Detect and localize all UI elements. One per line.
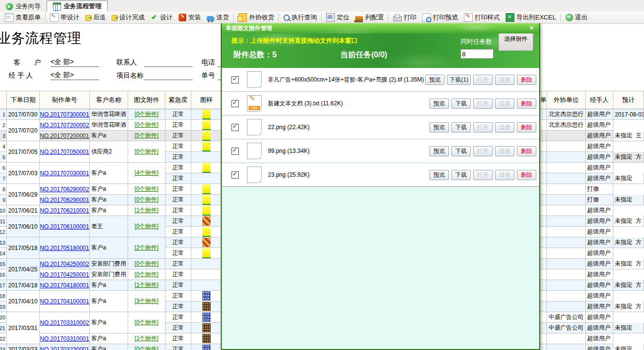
- toolbar-print-preview[interactable]: 打印预览: [419, 12, 461, 23]
- attachments-cell: [1个附件]: [128, 205, 165, 216]
- order-number-cell: NO.201707200002: [40, 120, 90, 131]
- attachments-link[interactable]: [4个附件]: [134, 169, 158, 177]
- select-attachment-button[interactable]: 选择附件: [498, 33, 533, 51]
- toolbar-export-excel[interactable]: 导出到EXCEL: [503, 12, 559, 23]
- attachments-link[interactable]: [1个附件]: [134, 281, 158, 289]
- toolbar-column-config[interactable]: 列配置: [352, 12, 387, 23]
- toolbar-design[interactable]: 设计: [148, 12, 176, 23]
- attachments-link[interactable]: [0个附件]: [134, 345, 158, 350]
- attachments-link[interactable]: [1个附件]: [134, 206, 158, 215]
- order-number-link[interactable]: NO.201707050001: [40, 149, 89, 155]
- toolbar-install[interactable]: 安装: [176, 12, 204, 23]
- yellow-thumbnail: [202, 248, 211, 259]
- toolbar-exit[interactable]: 退出: [562, 12, 591, 23]
- customer-cell: 华润雪花啤酒: [90, 109, 128, 120]
- toolbar-print-style[interactable]: 打印样式: [461, 12, 503, 23]
- handler-cell: 超级用户: [586, 237, 613, 248]
- order-number-link[interactable]: NO.201706290001: [40, 197, 89, 203]
- order-number-link[interactable]: NO.201707200001: [40, 133, 89, 139]
- directory-button[interactable]: 目录: [495, 146, 514, 156]
- download-button[interactable]: 下载(1): [447, 75, 471, 85]
- attachments-link[interactable]: [0个附件]: [134, 196, 158, 204]
- attachments-link[interactable]: [0个附件]: [134, 110, 158, 118]
- attachments-link[interactable]: [0个附件]: [134, 222, 158, 231]
- delete-button[interactable]: 删除: [517, 99, 536, 109]
- download-button[interactable]: 下载: [451, 146, 471, 156]
- order-number-link[interactable]: NO.201706100001: [40, 223, 89, 230]
- open-button[interactable]: 打开: [473, 146, 493, 156]
- attachments-link[interactable]: [0个附件]: [134, 318, 158, 327]
- order-number-link[interactable]: NO.201704100001: [40, 298, 89, 305]
- open-button[interactable]: 打开: [473, 75, 493, 85]
- order-number-link[interactable]: NO.201703310001: [40, 335, 89, 342]
- attachments-link[interactable]: [0个附件]: [134, 121, 158, 129]
- attachments-link[interactable]: [2个附件]: [134, 244, 158, 252]
- open-button[interactable]: 打开: [473, 122, 493, 133]
- order-number-link[interactable]: NO.201707300001: [40, 111, 89, 118]
- directory-button[interactable]: 目录: [495, 75, 514, 85]
- delete-button[interactable]: 删除: [517, 75, 536, 85]
- preview-button[interactable]: 预览: [429, 170, 449, 180]
- order-number-cell: NO.201707030001: [40, 163, 90, 184]
- order-number-link[interactable]: NO.201703310002: [40, 319, 89, 326]
- outsource-unit-cell: [547, 173, 586, 184]
- tab-business-wizard[interactable]: 业务向导: [0, 1, 47, 12]
- toolbar-view-original[interactable]: 查看原单: [2, 12, 44, 23]
- order-number-link[interactable]: NO.201704250001: [40, 271, 89, 278]
- attachment-checkbox[interactable]: [231, 100, 239, 107]
- order-number-cell: NO.201706100001: [40, 216, 90, 237]
- toolbar-print[interactable]: 打印: [390, 12, 419, 23]
- attachments-link[interactable]: [0个附件]: [134, 185, 158, 193]
- column-config-icon: [355, 16, 363, 20]
- order-number-link[interactable]: NO.201707200002: [40, 122, 89, 129]
- attachments-cell: [5个附件]: [128, 131, 165, 141]
- open-button[interactable]: 打开: [473, 99, 493, 109]
- attachment-checkbox[interactable]: [231, 76, 239, 83]
- attachments-link[interactable]: [0个附件]: [134, 260, 158, 268]
- toolbar-execute-query[interactable]: 执行查询: [281, 12, 320, 23]
- order-number-link[interactable]: NO.201704250002: [40, 261, 89, 267]
- preview-button[interactable]: 预览: [429, 146, 449, 156]
- preview-button[interactable]: 预览: [429, 99, 449, 109]
- directory-button[interactable]: 目录: [495, 170, 514, 180]
- directory-button[interactable]: 目录: [495, 99, 514, 109]
- attachments-link[interactable]: [0个附件]: [134, 270, 158, 279]
- download-button[interactable]: 下载: [451, 99, 471, 109]
- order-number-link[interactable]: NO.201707030001: [40, 170, 89, 177]
- order-number-link[interactable]: NO.201706290002: [40, 186, 89, 193]
- toolbar-design-done[interactable]: 设计完成: [109, 12, 148, 23]
- preview-button[interactable]: 预览: [425, 75, 445, 85]
- close-icon[interactable]: ✕: [529, 24, 534, 32]
- download-button[interactable]: 下载: [451, 122, 471, 133]
- concurrent-tasks-input[interactable]: [461, 49, 494, 59]
- sample-cell: [191, 120, 222, 131]
- attachments-link[interactable]: [1个附件]: [134, 334, 158, 343]
- order-number-link[interactable]: NO.201706210001: [40, 207, 89, 214]
- tab-business-process[interactable]: 业务流程管理: [47, 0, 108, 12]
- order-number-link[interactable]: NO.201704180001: [40, 282, 89, 289]
- order-number-link[interactable]: NO.201705180001: [40, 245, 89, 251]
- attachments-link[interactable]: [3个附件]: [134, 297, 158, 305]
- toolbar-delivery[interactable]: 送货: [204, 12, 232, 23]
- delete-button[interactable]: 删除: [517, 122, 536, 133]
- toolbar-with-design[interactable]: 带设计: [47, 12, 83, 23]
- attachment-row: 非凡广告+600x500cm+14张+背胶-客户a+亮膜 (2).tif (1.…: [222, 68, 539, 92]
- download-button[interactable]: 下载: [451, 170, 471, 180]
- attachments-link[interactable]: [0个附件]: [134, 148, 158, 156]
- preview-button[interactable]: 预览: [429, 122, 449, 133]
- attachment-checkbox[interactable]: [231, 171, 239, 179]
- attachment-checkbox[interactable]: [231, 124, 239, 131]
- attachment-checkbox[interactable]: [231, 148, 239, 155]
- urgency-cell: 正常: [165, 259, 191, 269]
- toolbar-post-process[interactable]: 后道: [83, 12, 109, 23]
- order-number-link[interactable]: NO.201703230001: [40, 346, 89, 350]
- directory-button[interactable]: 目录: [495, 122, 514, 133]
- toolbar-outsource-receive[interactable]: 外协收货: [235, 12, 277, 23]
- delivery-icon: [207, 16, 215, 21]
- open-button[interactable]: 打开: [473, 170, 493, 180]
- outsource-unit-cell: [547, 152, 586, 163]
- delete-button[interactable]: 删除: [517, 170, 536, 180]
- toolbar-locate[interactable]: 定位: [323, 12, 352, 23]
- attachments-link[interactable]: [5个附件]: [134, 132, 158, 140]
- delete-button[interactable]: 删除: [517, 146, 536, 156]
